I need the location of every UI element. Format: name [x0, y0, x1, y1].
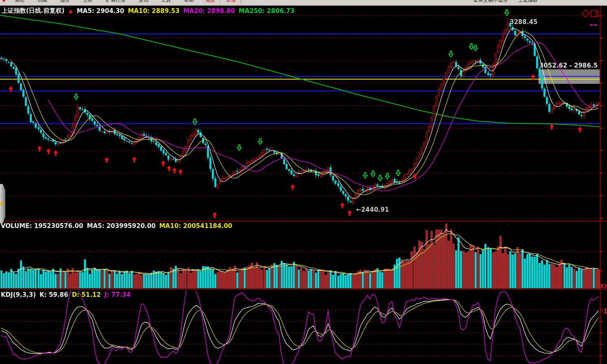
menu-item-function[interactable]: 功能 — [31, 0, 54, 4]
menu-item-discover[interactable]: 发现 — [221, 0, 241, 4]
expand-arrow-icon — [1, 201, 4, 206]
menu-item-analysis[interactable]: 分析 — [77, 0, 99, 4]
sidebar-expand-handle[interactable] — [0, 184, 5, 223]
split-window-icon[interactable] — [591, 10, 598, 17]
menu-item-futures[interactable]: 期货 — [200, 0, 221, 4]
split-window-divider — [596, 11, 596, 16]
chart-canvas[interactable] — [0, 0, 607, 364]
menu-item-quotes[interactable]: 报价 — [54, 0, 77, 4]
menu-item-help[interactable]: 帮助 — [178, 0, 200, 4]
ma20-fragment-dash — [590, 24, 593, 26]
trading-terminal-window: ◆ 系统 功能 报价 分析 扩展行情 资讯 工具 帮助 期货 发现 证券交易不显… — [0, 0, 607, 364]
current-index-name: 上证指数 — [518, 0, 538, 4]
menu-item-extended[interactable]: 扩展行情 — [99, 0, 132, 4]
menu-bar: ◆ 系统 功能 报价 分析 扩展行情 资讯 工具 帮助 期货 发现 证券交易不显… — [0, 0, 607, 6]
menu-item-system[interactable]: 系统 — [8, 0, 31, 4]
menu-item-news[interactable]: 资讯 — [132, 0, 155, 4]
menu-item-tools[interactable]: 工具 — [155, 0, 178, 4]
app-logo-icon: ◆ — [0, 0, 8, 2]
trade-status-text: 证券交易不显示 — [473, 0, 508, 4]
ma20-fragment-dash — [594, 24, 597, 26]
